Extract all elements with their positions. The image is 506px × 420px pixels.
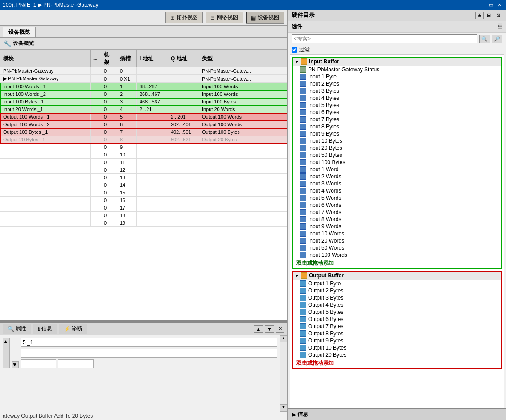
table-row[interactable]: 09	[0, 144, 287, 151]
scroll-down-btn[interactable]: ▼	[12, 361, 19, 368]
catalog-item[interactable]: Input 5 Bytes	[293, 102, 501, 109]
topology-label: 拓扑视图	[177, 14, 198, 21]
catalog-item[interactable]: Output 1 Byte	[293, 280, 501, 287]
catalog-item[interactable]: Output 6 Bytes	[293, 316, 501, 323]
table-row[interactable]: 018	[0, 212, 287, 219]
catalog-item[interactable]: Input 6 Words	[293, 202, 501, 209]
table-row[interactable]: 016	[0, 197, 287, 204]
info-header[interactable]: ▶ 信息	[288, 409, 506, 420]
catalog-item[interactable]: Input 3 Words	[293, 180, 501, 187]
bottom-text-input-1[interactable]: 5 _1	[21, 338, 277, 347]
table-row[interactable]: 015	[0, 189, 287, 197]
table-row[interactable]: 013	[0, 174, 287, 181]
bottom-value-1[interactable]	[21, 359, 56, 368]
topology-view-button[interactable]: ⊞ 拓扑视图	[165, 12, 203, 23]
catalog-item[interactable]: Input 50 Bytes	[293, 152, 501, 159]
table-row[interactable]: 017	[0, 204, 287, 212]
tab-device-overview[interactable]: 设备概览	[3, 27, 36, 37]
output-buffer-group[interactable]: ▼Output Buffer	[293, 272, 501, 280]
collapse-btn[interactable]: ▭	[498, 23, 502, 29]
table-cell	[199, 159, 280, 166]
catalog-item[interactable]: Input 20 Words	[293, 237, 501, 244]
right-panel-btn3[interactable]: ⊠	[494, 12, 502, 19]
catalog-item[interactable]: Input 20 Bytes	[293, 144, 501, 152]
catalog-item[interactable]: Input 1 Byte	[293, 73, 501, 80]
right-panel-btn1[interactable]: ⊞	[475, 12, 484, 19]
table-row[interactable]: Input 100 Words _202268...467Input 100 W…	[0, 91, 287, 98]
catalog-item[interactable]: Input 8 Bytes	[293, 123, 501, 130]
right-panel-btn2[interactable]: ⊟	[485, 12, 493, 19]
table-row[interactable]: 010	[0, 151, 287, 159]
catalog-item[interactable]: Input 10 Bytes	[293, 137, 501, 144]
table-row[interactable]: PN-PbMaster-Gateway00PN-PbMaster-Gatew..…	[0, 67, 287, 75]
filter-checkbox[interactable]	[292, 47, 297, 53]
input-buffer-group[interactable]: ▼Input Buffer	[293, 58, 501, 66]
table-row[interactable]: 019	[0, 219, 287, 227]
bottom-text-input-2[interactable]	[21, 349, 277, 358]
table-row[interactable]: Input 100 Bytes _103468...567Input 100 B…	[0, 98, 287, 106]
table-row[interactable]: Output 100 Words _206202...401Output 100…	[0, 121, 287, 128]
bottom-value-2[interactable]	[58, 359, 94, 368]
search-button-2[interactable]: 🔎	[492, 35, 502, 43]
network-view-button[interactable]: ⊟ 网络视图	[206, 12, 243, 23]
search-button-1[interactable]: 🔍	[479, 35, 490, 43]
catalog-item[interactable]: Input 7 Bytes	[293, 116, 501, 123]
catalog-item[interactable]: Output 7 Bytes	[293, 323, 501, 330]
properties-tab[interactable]: 🔍 属性	[3, 324, 31, 334]
catalog-item[interactable]: Input 5 Words	[293, 194, 501, 202]
catalog-item[interactable]: Input 4 Bytes	[293, 95, 501, 102]
catalog-tree[interactable]: ▼Input BufferPN-PbMaster Gateway StatusI…	[290, 54, 504, 408]
catalog-item[interactable]: Output 8 Bytes	[293, 330, 501, 337]
catalog-item[interactable]: Output 3 Bytes	[293, 294, 501, 301]
bottom-panel-close[interactable]: ✕	[276, 325, 284, 333]
table-row[interactable]: Output 100 Words _1052...201Output 100 W…	[0, 113, 287, 121]
catalog-item[interactable]: Input 8 Words	[293, 216, 501, 223]
scroll-track[interactable]	[280, 342, 287, 404]
output-buffer-section: ▼Output BufferOutput 1 ByteOutput 2 Byte…	[292, 271, 502, 369]
catalog-item[interactable]: Input 4 Words	[293, 187, 501, 194]
bottom-panel-expand[interactable]: ▲	[254, 325, 263, 333]
catalog-item[interactable]: Output 20 Bytes	[293, 351, 501, 358]
device-table-container[interactable]: 模块 ... 机架 插槽 I 地址 Q 地址 类型 PN-PbMaster-Ga…	[0, 49, 287, 320]
catalog-item[interactable]: Input 9 Words	[293, 223, 501, 230]
catalog-item[interactable]: Input 1 Word	[293, 166, 501, 173]
catalog-item[interactable]: Input 2 Bytes	[293, 80, 501, 87]
bottom-tab-strip: 🔍 属性 ℹ 信息 ⚡ 诊断 ▲ ▼ ✕	[0, 323, 287, 335]
info-tab[interactable]: ℹ 信息	[33, 324, 57, 334]
catalog-item[interactable]: Input 2 Words	[293, 173, 501, 180]
table-row[interactable]: ▶ PN-PbMaster-Gataway00 X1PN-PbMaster-Ga…	[0, 75, 287, 83]
catalog-item[interactable]: Input 7 Words	[293, 209, 501, 216]
catalog-item[interactable]: Input 6 Bytes	[293, 109, 501, 116]
device-view-button[interactable]: ▦ 设备视图	[246, 12, 284, 24]
bottom-right-scrollbar[interactable]: ▲ ▼	[280, 335, 287, 412]
scroll-top-btn[interactable]: ▲	[280, 335, 287, 342]
diagnostics-tab[interactable]: ⚡ 诊断	[59, 324, 87, 334]
search-input[interactable]	[292, 34, 477, 43]
catalog-item[interactable]: Input 100 Bytes	[293, 159, 501, 166]
table-row[interactable]: Input 100 Words _10168...267Input 100 Wo…	[0, 83, 287, 91]
catalog-item[interactable]: Output 2 Bytes	[293, 287, 501, 294]
close-button[interactable]: ✕	[496, 2, 503, 8]
catalog-item[interactable]: Input 100 Words	[293, 251, 501, 259]
restore-button[interactable]: ▭	[487, 2, 495, 8]
pn-pbmaster-status-item[interactable]: PN-PbMaster Gateway Status	[293, 66, 501, 73]
table-row[interactable]: Input 20 Words _1042...21Input 20 Words	[0, 106, 287, 113]
catalog-item[interactable]: Output 10 Bytes	[293, 344, 501, 351]
table-row[interactable]: Output 100 Bytes _107402...501Output 100…	[0, 128, 287, 136]
catalog-item[interactable]: Input 3 Bytes	[293, 87, 501, 95]
scroll-bottom-btn[interactable]: ▼	[280, 404, 287, 412]
table-cell: 0	[101, 159, 117, 166]
scroll-up-btn[interactable]: ▲	[3, 338, 10, 368]
bottom-panel-collapse[interactable]: ▼	[265, 325, 274, 333]
catalog-item[interactable]: Input 9 Bytes	[293, 130, 501, 137]
catalog-item[interactable]: Input 10 Words	[293, 230, 501, 237]
catalog-item[interactable]: Output 4 Bytes	[293, 301, 501, 309]
catalog-item[interactable]: Output 5 Bytes	[293, 309, 501, 316]
catalog-item[interactable]: Input 50 Words	[293, 244, 501, 251]
catalog-item[interactable]: Output 9 Bytes	[293, 337, 501, 344]
table-row[interactable]: 011	[0, 159, 287, 166]
table-row[interactable]: 014	[0, 181, 287, 189]
minimize-button[interactable]: ─	[479, 2, 486, 8]
table-row[interactable]: 012	[0, 166, 287, 174]
table-row[interactable]: Output 20 Bytes _108502...521Output 20 B…	[0, 136, 287, 144]
